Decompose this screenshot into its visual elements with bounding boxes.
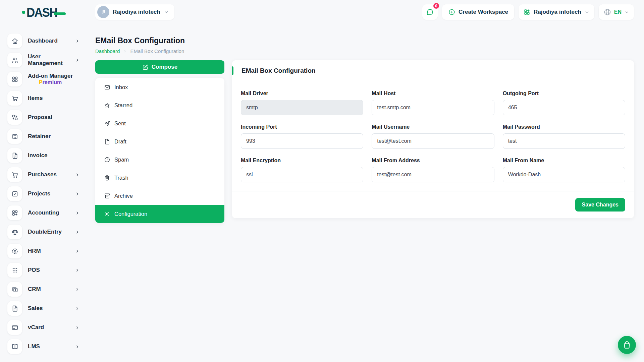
workspace-selector[interactable]: Rajodiya infotech: [95, 4, 174, 20]
sidebar-item-purchases[interactable]: Purchases: [7, 167, 80, 182]
folder-draft[interactable]: Draft: [95, 132, 224, 150]
plus-circle-icon: [448, 8, 455, 16]
sidebar-item-crm[interactable]: CRM: [7, 282, 80, 297]
outgoing-port-input[interactable]: [503, 100, 625, 115]
folder-trash[interactable]: Trash: [95, 169, 224, 187]
check-square-icon: [7, 186, 22, 201]
messages-button[interactable]: 0: [422, 4, 438, 20]
save-icon: [7, 129, 22, 144]
incoming-port-input[interactable]: [241, 133, 363, 149]
sidebar-item-label: Items: [28, 95, 43, 102]
sidebar-item-retainer[interactable]: Retainer: [7, 129, 80, 144]
archive-icon: [104, 193, 110, 199]
folder-label: Starred: [114, 102, 132, 109]
folder-sent[interactable]: Sent: [95, 114, 224, 132]
account-selector[interactable]: Rajodiya infotech: [519, 4, 594, 20]
card-header: EMail Box Configuration: [232, 60, 634, 81]
swap-squares-icon: [7, 110, 22, 125]
sidebar: Dashboard User Management Add-on Manager…: [0, 24, 95, 362]
sidebar-item-invoice[interactable]: Invoice: [7, 148, 80, 163]
sidebar-item-hrm[interactable]: HRM: [7, 244, 80, 258]
mail-encryption-input[interactable]: [241, 167, 363, 182]
compose-label: Compose: [152, 64, 177, 70]
dots-grid-icon: [7, 263, 22, 278]
mail-from-name-input[interactable]: [503, 167, 625, 182]
gear-icon: [104, 211, 110, 217]
sidebar-item-pos[interactable]: POS: [7, 263, 80, 278]
send-icon: [104, 120, 110, 127]
folder-archive[interactable]: Archive: [95, 187, 224, 205]
folder-inbox[interactable]: Inbox: [95, 78, 224, 96]
workspace-name: Rajodiya infotech: [113, 9, 160, 15]
sidebar-item-addon-manager[interactable]: Add-on Manager Premium: [7, 72, 80, 86]
save-changes-button[interactable]: Save Changes: [575, 198, 625, 212]
chevron-right-icon: [75, 172, 80, 177]
sidebar-item-dashboard[interactable]: Dashboard: [7, 34, 80, 48]
field-label: Mail Host: [372, 90, 494, 97]
chat-icon: [426, 8, 434, 16]
field-label: Mail Encryption: [241, 158, 363, 164]
sidebar-item-user-management[interactable]: User Management: [7, 53, 80, 67]
book-icon: [7, 339, 22, 354]
home-icon: [7, 34, 22, 48]
sidebar-item-label: Sales: [28, 305, 43, 312]
sidebar-item-doubleentry[interactable]: DoubleEntry: [7, 225, 80, 239]
logo-bar: [54, 12, 66, 15]
inbox-icon: [104, 84, 110, 90]
breadcrumb-dashboard-link[interactable]: Dashboard: [95, 48, 120, 54]
trash-icon: [104, 175, 110, 181]
logo-dot: [22, 11, 25, 14]
sidebar-item-label: LMS: [28, 343, 40, 350]
grid-plus-icon: [7, 205, 22, 220]
sidebar-item-vcard[interactable]: vCard: [7, 320, 80, 335]
field-label: Incoming Port: [241, 124, 363, 130]
field-incoming-port: Incoming Port: [241, 124, 363, 149]
field-mail-from-address: Mail From Address: [372, 158, 494, 182]
sidebar-item-proposal[interactable]: Proposal: [7, 110, 80, 125]
language-selector[interactable]: EN: [599, 4, 634, 20]
folder-starred[interactable]: Starred: [95, 96, 224, 114]
chevron-right-icon: [75, 249, 80, 254]
messages-badge: 0: [433, 2, 440, 9]
store-fab-button[interactable]: [618, 336, 636, 354]
mail-from-address-input[interactable]: [372, 167, 494, 182]
sidebar-item-items[interactable]: Items: [7, 91, 80, 106]
field-mail-host: Mail Host: [372, 90, 494, 115]
mail-password-input[interactable]: [503, 133, 625, 149]
mail-username-input[interactable]: [372, 133, 494, 149]
chevron-right-icon: [75, 344, 80, 349]
users-icon: [7, 53, 22, 67]
mail-host-input[interactable]: [372, 100, 494, 115]
folder-label: Inbox: [114, 84, 128, 90]
scan-user-icon: [7, 244, 22, 258]
file-icon: [104, 138, 110, 145]
alert-circle-icon: [104, 157, 110, 163]
card-accent-bar: [232, 66, 233, 75]
sidebar-item-label: Purchases: [28, 171, 57, 178]
chevron-down-icon: [164, 9, 169, 15]
chevron-right-icon: [75, 268, 80, 273]
top-header: DASH Rajodiya infotech: [0, 0, 644, 24]
sidebar-item-lms[interactable]: LMS: [7, 339, 80, 354]
sidebar-item-label: Accounting: [28, 209, 59, 216]
sidebar-item-sales[interactable]: Sales: [7, 301, 80, 316]
chevron-right-icon: [75, 325, 80, 330]
sidebar-item-label: User Management: [28, 53, 75, 66]
field-label: Outgoing Port: [503, 90, 625, 97]
folder-spam[interactable]: Spam: [95, 150, 224, 169]
chevron-right-icon: [123, 49, 127, 53]
chevron-right-icon: [75, 210, 80, 216]
logo-area: DASH: [0, 6, 95, 18]
folder-configuration[interactable]: Configuration: [95, 205, 224, 223]
compose-button[interactable]: Compose: [95, 60, 224, 74]
building-icon: [100, 9, 107, 15]
folder-label: Trash: [114, 175, 128, 181]
star-icon: [104, 102, 110, 109]
sidebar-item-accounting[interactable]: Accounting: [7, 205, 80, 220]
brand-logo[interactable]: DASH: [22, 6, 57, 18]
sidebar-item-label: Proposal: [28, 114, 52, 121]
create-workspace-button[interactable]: Create Workspace: [442, 4, 514, 20]
addon-manager-label: Add-on Manager: [28, 73, 73, 79]
sidebar-item-projects[interactable]: Projects: [7, 186, 80, 201]
sidebar-item-label: DoubleEntry: [28, 229, 62, 235]
